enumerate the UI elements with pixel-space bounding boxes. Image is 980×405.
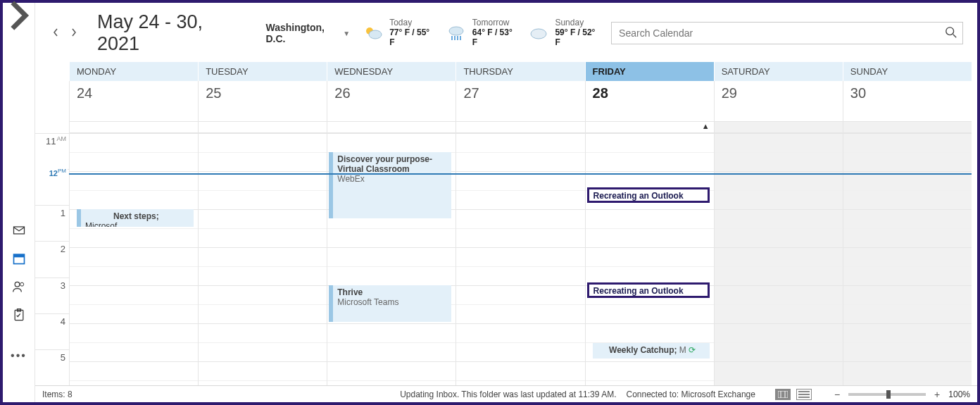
calendar-module-icon[interactable] — [11, 251, 27, 266]
people-module-icon[interactable] — [11, 279, 27, 294]
more-modules-icon[interactable]: ••• — [11, 349, 27, 362]
date-cell-fri[interactable]: 28 — [585, 81, 714, 121]
sun-cloud-icon — [363, 25, 384, 42]
event-weekly-catchup[interactable]: Weekly Catchup; M ⟳ — [593, 343, 710, 359]
date-number-row: 24 25 26 27 28 29 30 — [69, 81, 972, 122]
calendar-header: May 24 - 30, 2021 Washington, D.C. ▼ Tod… — [35, 3, 977, 62]
status-connection: Connected to: Microsoft Exchange — [626, 390, 755, 399]
cloud-icon — [528, 25, 549, 42]
day-column-mon[interactable]: Next steps; Microsof — [69, 133, 198, 385]
tasks-module-icon[interactable] — [11, 307, 27, 323]
event-thrive[interactable]: Thrive Microsoft Teams — [329, 285, 451, 322]
day-header-sat[interactable]: SATURDAY — [714, 62, 843, 81]
left-sidebar: ••• — [3, 3, 35, 402]
recurring-icon: ⟳ — [689, 345, 696, 355]
date-cell-sat[interactable]: 29 — [714, 81, 843, 121]
event-discover-purpose[interactable]: Discover your purpose- Virtual Classroom… — [329, 152, 451, 218]
status-item-count: Items: 8 — [42, 390, 73, 399]
date-cell-mon[interactable]: 24 — [69, 81, 198, 121]
day-header-wed[interactable]: WEDNESDAY — [327, 62, 456, 81]
zoom-out-button[interactable]: − — [831, 389, 843, 400]
day-column-tue[interactable] — [198, 133, 327, 385]
day-column-wed[interactable]: Discover your purpose- Virtual Classroom… — [327, 133, 456, 385]
day-header-fri[interactable]: FRIDAY — [585, 62, 714, 81]
chevron-down-icon: ▼ — [343, 30, 350, 37]
status-sync-message: Updating Inbox. This folder was last upd… — [400, 390, 616, 399]
day-column-sat[interactable] — [714, 133, 843, 385]
day-column-sun[interactable]: ▲ — [843, 133, 972, 385]
day-header-thu[interactable]: THURSDAY — [456, 62, 584, 81]
search-icon[interactable] — [945, 26, 957, 39]
day-header-sun[interactable]: SUNDAY — [843, 62, 972, 81]
svg-line-19 — [953, 35, 957, 38]
allday-row[interactable]: ▲ — [69, 122, 972, 133]
day-header-tue[interactable]: TUESDAY — [198, 62, 327, 81]
view-normal-button[interactable] — [775, 389, 791, 400]
svg-point-18 — [946, 27, 954, 35]
date-cell-wed[interactable]: 26 — [327, 81, 456, 121]
weather-sunday[interactable]: Sunday 59° F / 52° F — [528, 18, 598, 47]
svg-rect-0 — [13, 227, 24, 234]
day-column-thu[interactable] — [456, 133, 584, 385]
weekday-header-row: MONDAY TUESDAY WEDNESDAY THURSDAY FRIDAY… — [69, 62, 972, 81]
svg-point-17 — [531, 29, 546, 39]
date-cell-tue[interactable]: 25 — [198, 81, 327, 121]
expand-pane-icon[interactable] — [3, 6, 35, 25]
weather-location-button[interactable]: Washington, D.C. ▼ — [265, 22, 350, 44]
weather-today[interactable]: Today 77° F / 55° F — [363, 18, 433, 47]
prev-week-button[interactable] — [49, 25, 62, 42]
day-column-fri[interactable]: Recreating an Outlook Meet Recreating an… — [585, 133, 714, 385]
status-bar: Items: 8 Updating Inbox. This folder was… — [35, 385, 977, 402]
current-time-label: 12PM — [35, 168, 68, 177]
zoom-percent[interactable]: 100% — [948, 390, 970, 399]
svg-rect-20 — [778, 391, 788, 398]
view-reading-button[interactable] — [796, 389, 812, 400]
date-cell-sun[interactable]: 30 — [843, 81, 972, 121]
svg-point-6 — [15, 282, 20, 287]
calendar-grid[interactable]: 12PM Next steps; Microsof — [69, 133, 972, 385]
event-recreate-meeting-1[interactable]: Recreating an Outlook Meet — [587, 187, 710, 203]
date-range-title: May 24 - 30, 2021 — [97, 11, 239, 55]
current-time-line — [69, 173, 972, 175]
date-cell-thu[interactable]: 27 — [456, 81, 584, 121]
event-next-steps[interactable]: Next steps; Microsof — [77, 209, 194, 227]
svg-rect-2 — [13, 254, 24, 257]
zoom-slider[interactable] — [848, 393, 926, 396]
mail-module-icon[interactable] — [11, 223, 27, 238]
event-recreate-meeting-2[interactable]: Recreating an Outlook Meet — [587, 282, 710, 298]
svg-point-12 — [449, 27, 463, 35]
zoom-in-button[interactable]: + — [931, 389, 943, 400]
weather-tomorrow[interactable]: Tomorrow 64° F / 53° F — [446, 18, 516, 47]
calendar-search-input[interactable] — [611, 22, 963, 44]
next-week-button[interactable] — [68, 25, 80, 42]
svg-point-7 — [20, 282, 23, 286]
collapse-allday-icon[interactable]: ▲ — [702, 122, 710, 130]
svg-point-11 — [369, 30, 382, 39]
rain-icon — [446, 25, 467, 42]
day-header-mon[interactable]: MONDAY — [69, 62, 198, 81]
